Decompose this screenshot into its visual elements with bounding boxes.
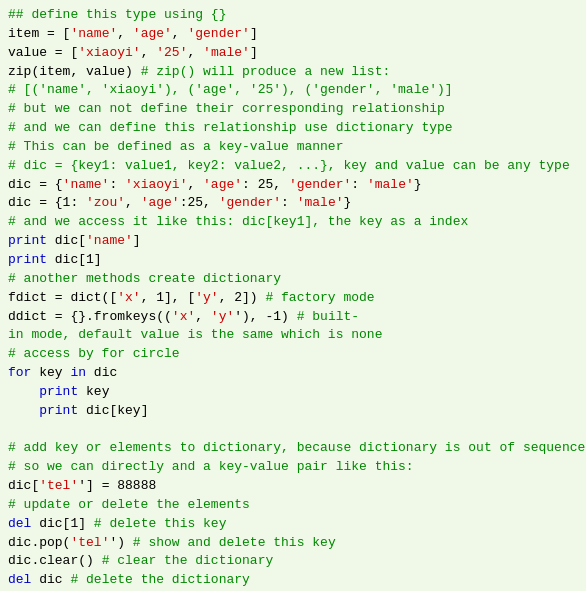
code-line: print key: [8, 383, 578, 402]
code-line: print dic['name']: [8, 232, 578, 251]
code-line: zip(item, value) # zip() will produce a …: [8, 63, 578, 82]
code-token: del: [8, 516, 31, 531]
code-token: [8, 403, 39, 418]
code-token: ,: [187, 45, 203, 60]
code-token: key: [78, 384, 109, 399]
code-token: # This can be defined as a key-value man…: [8, 139, 343, 154]
code-token: 'tel': [70, 535, 109, 550]
code-token: print: [39, 384, 78, 399]
code-token: ## define this type using {}: [8, 7, 226, 22]
code-token: ]: [250, 26, 258, 41]
code-token: 'tel': [39, 478, 78, 493]
code-token: ,: [187, 177, 203, 192]
code-line: # add key or elements to dictionary, bec…: [8, 439, 578, 458]
code-token: 'x': [172, 309, 195, 324]
code-token: 'age': [203, 177, 242, 192]
code-token: print: [39, 403, 78, 418]
code-line: # but we can not define their correspond…: [8, 100, 578, 119]
code-line: # and we can define this relationship us…: [8, 119, 578, 138]
code-token: print: [8, 252, 47, 267]
code-token: 'male': [297, 195, 344, 210]
code-line: value = ['xiaoyi', '25', 'male']: [8, 44, 578, 63]
code-token: 'xiaoyi': [125, 177, 187, 192]
code-line: # so we can directly and a key-value pai…: [8, 458, 578, 477]
code-token: dic: [31, 572, 70, 587]
code-token: '25': [156, 45, 187, 60]
code-line: ## define this type using {}: [8, 6, 578, 25]
code-token: 'gender': [289, 177, 351, 192]
code-token: 'y': [211, 309, 234, 324]
code-line: print dic[key]: [8, 402, 578, 421]
code-token: 'age': [133, 26, 172, 41]
code-token: # so we can directly and a key-value pai…: [8, 459, 414, 474]
code-token: , 2]): [219, 290, 266, 305]
code-line: [8, 421, 578, 440]
code-token: dic[1]: [47, 252, 102, 267]
code-token: ,: [172, 26, 188, 41]
code-token: ]: [133, 233, 141, 248]
code-token: # and we can define this relationship us…: [8, 120, 453, 135]
code-token: value = [: [8, 45, 78, 60]
code-token: in: [70, 365, 86, 380]
code-token: ,: [117, 26, 133, 41]
code-token: # but we can not define their correspond…: [8, 101, 445, 116]
code-token: fdict = dict([: [8, 290, 117, 305]
code-token: 'male': [367, 177, 414, 192]
code-token: ,: [195, 309, 211, 324]
code-token: dic.pop(: [8, 535, 70, 550]
code-token: 'y': [195, 290, 218, 305]
code-token: [8, 384, 39, 399]
code-line: item = ['name', 'age', 'gender']: [8, 25, 578, 44]
code-token: # dic = {key1: value1, key2: value2, ...…: [8, 158, 570, 173]
code-token: 'gender': [219, 195, 281, 210]
code-token: :25,: [180, 195, 219, 210]
code-token: ddict = {}.fromkeys((: [8, 309, 172, 324]
code-line: fdict = dict(['x', 1], ['y', 2]) # facto…: [8, 289, 578, 308]
code-token: # add key or elements to dictionary, bec…: [8, 440, 586, 455]
code-token: :: [281, 195, 297, 210]
code-token: dic.clear(): [8, 553, 102, 568]
code-token: # [('name', 'xiaoyi'), ('age', '25'), ('…: [8, 82, 453, 97]
code-token: 'xiaoyi': [78, 45, 140, 60]
code-line: del dic # delete the dictionary: [8, 571, 578, 590]
code-line: dic['tel''] = 88888: [8, 477, 578, 496]
code-token: : 25,: [242, 177, 289, 192]
code-editor: ## define this type using {}item = ['nam…: [0, 0, 586, 591]
code-token: 'gender': [187, 26, 249, 41]
code-token: , 1], [: [141, 290, 196, 305]
code-token: :: [351, 177, 367, 192]
code-token: 'male': [203, 45, 250, 60]
code-line: # access by for circle: [8, 345, 578, 364]
code-token: # clear the dictionary: [102, 553, 274, 568]
code-token: dic[key]: [78, 403, 148, 418]
code-token: '), -1): [234, 309, 296, 324]
code-line: dic.pop('tel'') # show and delete this k…: [8, 534, 578, 553]
code-line: # [('name', 'xiaoyi'), ('age', '25'), ('…: [8, 81, 578, 100]
code-line: del dic[1] # delete this key: [8, 515, 578, 534]
code-token: ]: [250, 45, 258, 60]
code-token: dic[1]: [31, 516, 93, 531]
code-line: # another methods create dictionary: [8, 270, 578, 289]
code-token: # and we access it like this: dic[key1],…: [8, 214, 468, 229]
code-token: 'name': [70, 26, 117, 41]
code-token: :: [109, 177, 125, 192]
code-line: print dic[1]: [8, 251, 578, 270]
code-token: dic[: [8, 478, 39, 493]
code-token: dic = {1:: [8, 195, 86, 210]
code-line: for key in dic: [8, 364, 578, 383]
code-token: # show and delete this key: [133, 535, 336, 550]
code-line: in mode, default value is the same which…: [8, 326, 578, 345]
code-token: '): [109, 535, 132, 550]
code-line: # and we access it like this: dic[key1],…: [8, 213, 578, 232]
code-line: dic.clear() # clear the dictionary: [8, 552, 578, 571]
code-token: dic = {: [8, 177, 63, 192]
code-token: '] = 88888: [78, 478, 156, 493]
code-line: ddict = {}.fromkeys(('x', 'y''), -1) # b…: [8, 308, 578, 327]
code-token: # delete the dictionary: [70, 572, 249, 587]
code-token: # update or delete the elements: [8, 497, 250, 512]
code-line: # update or delete the elements: [8, 496, 578, 515]
code-token: for: [8, 365, 31, 380]
code-line: # dic = {key1: value1, key2: value2, ...…: [8, 157, 578, 176]
code-token: dic[: [47, 233, 86, 248]
code-token: ,: [141, 45, 157, 60]
